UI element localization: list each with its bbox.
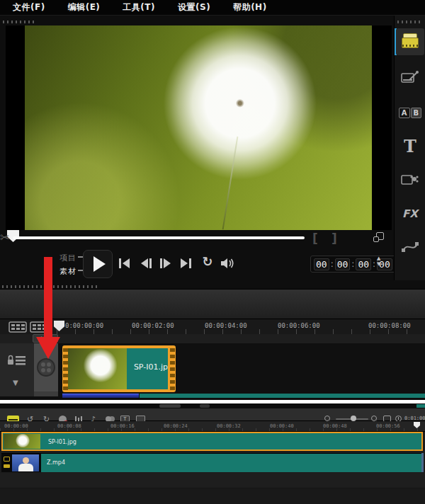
clip-mode-label[interactable]: 素材: [60, 266, 76, 277]
track2-attribute-badge-2: [4, 464, 10, 468]
volume-button[interactable]: [218, 256, 237, 271]
timeline-clip-sp-i01[interactable]: SP-I01.jp: [62, 345, 176, 392]
sidebar-grip[interactable]: [397, 21, 421, 23]
enlarge-preview-icon[interactable]: [373, 232, 384, 242]
bottom-track2-filename: Z.mp4: [47, 459, 65, 466]
scrubber-track[interactable]: [13, 236, 305, 239]
spinner-up-icon[interactable]: ▲: [377, 256, 380, 260]
overlay-track-strip-teal[interactable]: [140, 394, 425, 398]
next-frame-button[interactable]: [157, 256, 175, 271]
graphic-overlay-icon: [401, 173, 419, 187]
library-sidebar: AB T FX: [394, 16, 425, 280]
video-track-reel-icon: [37, 358, 55, 377]
annotation-arrow-head: [36, 337, 60, 359]
preview-viewport: [6, 25, 392, 230]
empty-track-row-1[interactable]: [0, 473, 425, 488]
sidebar-item-instant-project[interactable]: [396, 64, 424, 91]
timeline-ruler[interactable]: 0:00:00:00 00:00:02:00 00:00:04:00 00:00…: [0, 319, 425, 334]
ruler-label-0: 0:00:00:00: [65, 322, 103, 329]
menu-edit[interactable]: 编辑(E): [68, 1, 101, 13]
zoom-slider-thumb[interactable]: [351, 416, 356, 421]
overlay-track-strip-blue[interactable]: [62, 394, 139, 398]
track-icon-1[interactable]: [8, 321, 27, 333]
split-clip-icon[interactable]: ✂: [0, 231, 9, 244]
menu-file[interactable]: 文件(F): [13, 1, 45, 13]
bottom-track2-thumbnail-person: [12, 454, 39, 471]
clip-mode-dash: [78, 270, 83, 271]
sidebar-item-motion-path[interactable]: [396, 234, 424, 260]
track-lock-icon[interactable]: [7, 354, 27, 367]
transition-ab-icon: AB: [399, 108, 421, 118]
end-button[interactable]: [176, 256, 195, 271]
track2-attribute-badge-1: [4, 457, 10, 462]
bottom-timeline-toolbar: ↺ ↻ ♪ T 0:01:00:04: [0, 408, 425, 421]
project-mode-label[interactable]: 项目: [60, 253, 76, 263]
zoom-in-icon[interactable]: [371, 416, 377, 421]
ruler-label-3: 00:00:06:00: [278, 322, 320, 329]
timecode-hours: 00: [314, 258, 329, 270]
ruler-label-1: 00:00:02:00: [132, 322, 174, 329]
bruler-7: 00:00:56: [376, 423, 400, 429]
bottom-track2-right-edge: [421, 453, 424, 472]
clip-thumbnail-dandelion: [68, 348, 127, 389]
timecode-seconds: 00: [356, 258, 371, 270]
film-sprockets-left: [63, 347, 68, 391]
track-add-remove-row: +/-▾: [0, 334, 425, 343]
timeline-screenshot: ↺ ↻ ♪ T 0:01:00:04 00:00:00 00:00:08 00:…: [0, 403, 425, 504]
sidebar-item-title[interactable]: T: [396, 132, 424, 159]
bruler-3: 00:00:24: [164, 423, 188, 429]
zoom-out-icon[interactable]: [324, 416, 330, 421]
bottom-track2-thumb-area: [1, 454, 41, 472]
bruler-0: 00:00:00: [4, 423, 28, 429]
clip-filename: SP-I01.jp: [134, 362, 168, 372]
menu-bar: 文件(F) 编辑(E) 工具(T) 设置(S) 帮助(H): [0, 0, 425, 16]
timecode-display[interactable]: 00 : 00 : 00 : 00: [310, 256, 396, 273]
empty-track-row-2[interactable]: [0, 488, 425, 504]
play-button[interactable]: [83, 250, 113, 278]
partial-control-1: [159, 404, 181, 408]
editor-window: 文件(F) 编辑(E) 工具(T) 设置(S) 帮助(H) [ ] ✂ 项目 素…: [0, 0, 425, 400]
mark-out-button[interactable]: ]: [332, 231, 337, 246]
fx-filter-icon: FX: [402, 207, 418, 220]
track-header: ▼: [0, 343, 34, 396]
bruler-5: 00:00:40: [270, 423, 294, 429]
preview-image-dandelion: [25, 25, 372, 230]
bruler-1: 00:00:08: [57, 423, 81, 429]
project-mode-dash: [78, 256, 83, 258]
bruler-6: 00:00:48: [323, 423, 347, 429]
sidebar-item-transition[interactable]: AB: [396, 99, 424, 126]
play-icon: [94, 256, 106, 272]
bottom-track-z-mp4[interactable]: Z.mp4: [1, 453, 423, 472]
preview-panel-grip[interactable]: [3, 21, 34, 23]
repeat-button[interactable]: ↻: [198, 253, 217, 269]
menu-settings[interactable]: 设置(S): [178, 1, 210, 13]
film-sprockets-right: [170, 347, 175, 391]
partial-control-2: [200, 404, 210, 408]
sidebar-item-graphic[interactable]: [396, 166, 424, 193]
bottom-track-sp-l01[interactable]: SP-l01.jpg: [1, 432, 423, 451]
mark-in-button[interactable]: [: [312, 231, 318, 246]
bruler-2: 00:00:16: [110, 423, 135, 429]
timecode-spinner[interactable]: ▲ ▼: [377, 256, 380, 266]
instant-project-icon: [401, 70, 419, 84]
bottom-track1-filename: SP-l01.jpg: [48, 439, 76, 445]
menu-tools[interactable]: 工具(T): [123, 1, 155, 13]
timeline-duration-text: 0:01:00:04: [404, 416, 425, 421]
collapse-tracks-icon[interactable]: ▼: [13, 379, 18, 386]
home-button[interactable]: [115, 256, 134, 271]
annotation-arrow-shaft: [44, 257, 52, 338]
sidebar-item-media[interactable]: [396, 28, 424, 55]
timeline-toolbar: ↺ ↻ T: [0, 289, 425, 319]
screenshot-stage: 文件(F) 编辑(E) 工具(T) 设置(S) 帮助(H) [ ] ✂ 项目 素…: [0, 0, 425, 504]
motion-path-icon: [401, 240, 419, 254]
ruler-label-4: 00:00:08:00: [368, 322, 411, 329]
timeline-track-area: ▼ SP-I01.jp: [0, 343, 425, 396]
menu-help[interactable]: 帮助(H): [233, 1, 267, 13]
spinner-down-icon[interactable]: ▼: [377, 262, 380, 266]
title-icon: T: [404, 136, 416, 156]
timecode-minutes: 00: [335, 258, 351, 270]
previous-frame-button[interactable]: [137, 256, 155, 271]
bottom-timeline-ruler[interactable]: 00:00:00 00:00:08 00:00:16 00:00:24 00:0…: [0, 421, 425, 432]
sidebar-item-filter[interactable]: FX: [396, 200, 424, 227]
media-library-icon: [402, 36, 419, 48]
